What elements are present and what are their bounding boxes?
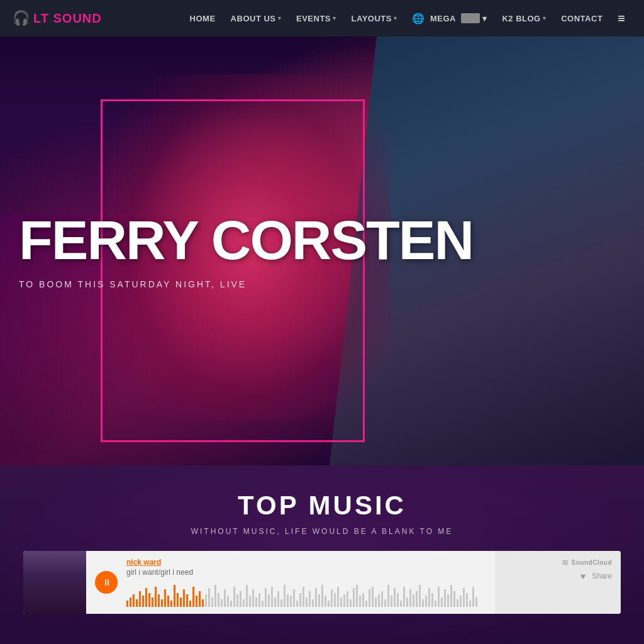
svg-rect-34 — [233, 587, 235, 607]
svg-rect-109 — [469, 601, 471, 607]
dropdown-arrow: ▾ — [278, 15, 282, 21]
svg-rect-86 — [397, 593, 399, 607]
svg-rect-75 — [362, 593, 364, 607]
soundcloud-brand: ≋ SoundCloud — [562, 557, 612, 567]
player-play-button[interactable]: ⏸ — [95, 571, 118, 594]
soundcloud-label: SoundCloud — [572, 559, 612, 566]
svg-rect-53 — [293, 589, 295, 607]
svg-rect-25 — [205, 594, 207, 607]
hero-artist-name: FERRY CORSTEN — [19, 213, 625, 268]
top-music-section: TOP MUSIC WITHOUT MUSIC, LIFE WOULD BE A… — [0, 465, 644, 644]
svg-rect-54 — [296, 601, 298, 607]
svg-rect-74 — [359, 596, 361, 607]
hero-subtitle: TO BOOM THIS SATURDAY NIGHT, LIVE — [19, 279, 625, 289]
svg-rect-93 — [419, 585, 421, 607]
svg-rect-97 — [431, 593, 433, 607]
svg-rect-31 — [224, 589, 226, 607]
nav-events[interactable]: EVENTS▾ — [290, 0, 343, 36]
svg-rect-78 — [372, 587, 374, 607]
svg-rect-94 — [422, 599, 424, 607]
svg-rect-61 — [318, 594, 320, 607]
svg-rect-64 — [328, 601, 330, 607]
svg-rect-51 — [287, 594, 289, 607]
dropdown-arrow: ▾ — [482, 14, 487, 23]
svg-rect-35 — [236, 594, 238, 607]
globe-icon: 🌐 — [412, 13, 425, 25]
svg-rect-67 — [337, 587, 339, 607]
svg-rect-44 — [265, 588, 267, 607]
svg-rect-15 — [174, 585, 175, 607]
dropdown-arrow: ▾ — [394, 15, 397, 21]
svg-rect-80 — [378, 594, 380, 607]
svg-rect-79 — [375, 597, 377, 607]
pause-icon: ⏸ — [103, 577, 111, 587]
navbar: 🎧 LT SOUND HOME ABOUT US▾ EVENTS▾ LAYOUT… — [0, 0, 644, 36]
top-music-subtitle: WITHOUT MUSIC, LIFE WOULD BE A BLANK TO … — [191, 527, 453, 536]
player-actions: ♥ Share — [580, 571, 612, 581]
svg-rect-27 — [211, 597, 213, 607]
svg-rect-99 — [438, 587, 440, 607]
nav-about[interactable]: ABOUT US▾ — [225, 0, 287, 36]
svg-rect-68 — [340, 597, 342, 607]
svg-rect-43 — [262, 601, 264, 607]
nav-k2blog[interactable]: K2 BLOG▾ — [496, 0, 552, 36]
svg-rect-58 — [309, 591, 311, 607]
svg-rect-72 — [353, 588, 355, 607]
waveform[interactable]: .bar-played { fill: #ff6600; } .bar-unpl… — [126, 582, 479, 607]
top-music-content: TOP MUSIC WITHOUT MUSIC, LIFE WOULD BE A… — [0, 465, 644, 614]
svg-rect-48 — [277, 591, 279, 607]
nav-menu: HOME ABOUT US▾ EVENTS▾ LAYOUTS▾ 🌐 MEGA ▾… — [127, 0, 631, 36]
nav-home[interactable]: HOME — [184, 0, 222, 36]
svg-rect-87 — [400, 601, 402, 607]
svg-rect-45 — [268, 594, 270, 607]
svg-rect-37 — [243, 599, 245, 607]
svg-rect-105 — [457, 599, 458, 607]
logo-icon: 🎧 — [13, 10, 30, 26]
svg-rect-73 — [356, 585, 358, 607]
svg-rect-104 — [453, 591, 455, 607]
svg-rect-1 — [130, 597, 131, 607]
svg-rect-16 — [177, 593, 179, 607]
nav-contact[interactable]: CONTACT — [555, 0, 609, 36]
svg-rect-12 — [164, 589, 166, 607]
svg-rect-90 — [409, 589, 411, 607]
hamburger-menu[interactable]: ≡ — [611, 0, 631, 36]
svg-rect-42 — [258, 593, 260, 607]
like-button[interactable]: ♥ — [580, 571, 586, 581]
svg-rect-0 — [126, 601, 128, 607]
nav-layouts[interactable]: LAYOUTS▾ — [345, 0, 404, 36]
dropdown-arrow: ▾ — [543, 15, 547, 21]
mega-color-box — [461, 13, 480, 23]
svg-rect-65 — [331, 589, 333, 607]
share-button[interactable]: Share — [592, 572, 612, 580]
svg-rect-7 — [148, 593, 150, 607]
svg-rect-36 — [240, 591, 242, 607]
svg-rect-102 — [447, 594, 449, 607]
svg-rect-22 — [196, 596, 197, 607]
player-right-panel: ≋ SoundCloud ♥ Share — [495, 551, 621, 614]
svg-rect-39 — [249, 596, 251, 607]
svg-rect-98 — [435, 601, 436, 607]
nav-mega[interactable]: 🌐 MEGA ▾ — [406, 0, 493, 36]
svg-rect-38 — [246, 585, 248, 607]
svg-rect-59 — [312, 599, 314, 607]
svg-rect-41 — [255, 597, 257, 607]
svg-rect-46 — [271, 587, 273, 607]
svg-rect-10 — [158, 594, 160, 607]
svg-rect-49 — [280, 599, 282, 607]
svg-rect-107 — [463, 588, 465, 607]
svg-rect-111 — [475, 597, 477, 607]
svg-rect-6 — [145, 588, 147, 607]
svg-rect-29 — [218, 593, 219, 607]
svg-rect-11 — [161, 599, 163, 607]
svg-rect-20 — [189, 601, 191, 607]
svg-rect-47 — [274, 597, 276, 607]
svg-rect-106 — [460, 596, 462, 607]
svg-rect-108 — [466, 593, 468, 607]
player-thumbnail — [23, 551, 86, 614]
svg-rect-40 — [252, 589, 254, 607]
svg-rect-96 — [428, 588, 430, 607]
logo[interactable]: 🎧 LT SOUND — [13, 10, 102, 26]
svg-rect-69 — [343, 594, 345, 607]
svg-rect-56 — [303, 587, 304, 607]
